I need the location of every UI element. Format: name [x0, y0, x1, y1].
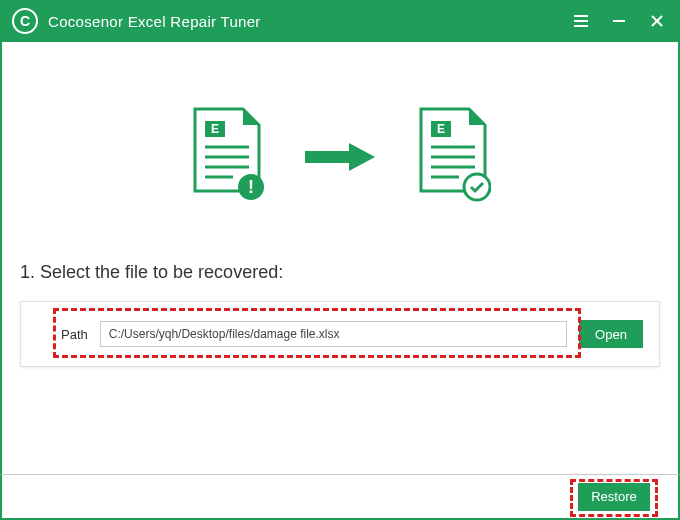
- titlebar: C Cocosenor Excel Repair Tuner: [0, 0, 680, 42]
- app-logo: C: [12, 8, 38, 34]
- window-controls: [570, 10, 668, 32]
- svg-text:!: !: [248, 177, 254, 197]
- svg-text:E: E: [211, 122, 219, 136]
- path-card: Path Open: [20, 301, 660, 367]
- path-input[interactable]: [100, 321, 567, 347]
- app-title: Cocosenor Excel Repair Tuner: [48, 13, 570, 30]
- repaired-file-icon: E: [415, 107, 491, 207]
- illustration-row: E ! E: [20, 42, 660, 222]
- path-label: Path: [61, 327, 88, 342]
- svg-text:E: E: [437, 122, 445, 136]
- arrow-icon: [305, 143, 375, 171]
- menu-icon[interactable]: [570, 10, 592, 32]
- damaged-file-icon: E !: [189, 107, 265, 207]
- minimize-icon[interactable]: [608, 10, 630, 32]
- footer-bar: Restore: [0, 474, 680, 520]
- close-icon[interactable]: [646, 10, 668, 32]
- step-heading: 1. Select the file to be recovered:: [20, 262, 660, 283]
- open-button[interactable]: Open: [579, 320, 643, 348]
- restore-button[interactable]: Restore: [578, 483, 650, 511]
- main-content: E ! E: [0, 42, 680, 474]
